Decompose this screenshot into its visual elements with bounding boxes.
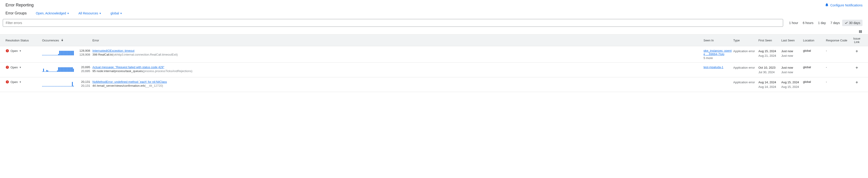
svg-rect-58 — [66, 67, 66, 72]
svg-rect-76 — [50, 86, 50, 87]
time-range-6hours[interactable]: 6 hours — [801, 20, 816, 26]
sort-descending-icon — [60, 38, 64, 42]
region-filter-label: global — [111, 11, 119, 15]
svg-rect-64 — [72, 67, 73, 72]
col-header-lastseen[interactable]: Last Seen — [781, 39, 803, 42]
status-dropdown[interactable]: Open ▼ — [5, 65, 42, 69]
error-occurrence-count: 95 — [92, 69, 96, 73]
error-file-path: node:internal/process/task_queues — [97, 69, 143, 73]
svg-rect-20 — [60, 51, 61, 55]
table-row: Open ▼ 128,908 128,908 InterruptedIOExce… — [0, 46, 868, 63]
time-range-30days[interactable]: 30 days — [842, 20, 863, 26]
col-header-firstseen[interactable]: First Seen — [758, 39, 781, 42]
location: global — [803, 49, 826, 52]
svg-rect-7 — [46, 55, 47, 55]
region-filter-dropdown[interactable]: global ▼ — [111, 11, 122, 15]
svg-rect-87 — [61, 86, 62, 87]
error-type: Application error — [733, 65, 758, 70]
caret-down-icon: ▼ — [67, 12, 69, 14]
svg-rect-88 — [62, 86, 63, 87]
svg-rect-23 — [63, 51, 64, 55]
table-header: Resolution Status Occurrences Error Seen… — [0, 34, 868, 46]
occurrences-sparkline — [42, 65, 74, 72]
svg-rect-97 — [72, 82, 73, 87]
filter-input-container[interactable] — [3, 19, 783, 27]
error-method: (process.processTicksAndRejections) — [143, 69, 192, 73]
error-title-link[interactable]: Actual message: "Request failed with sta… — [92, 65, 164, 69]
status-dropdown[interactable]: Open ▼ — [5, 49, 42, 53]
col-header-status[interactable]: Resolution Status — [5, 39, 42, 42]
col-header-seenin[interactable]: Seen In — [704, 39, 733, 42]
svg-rect-8 — [48, 55, 48, 55]
filter-input[interactable] — [6, 21, 780, 25]
svg-rect-94 — [69, 86, 69, 87]
col-header-location[interactable]: Location — [803, 39, 826, 42]
col-header-occurrences[interactable]: Occurrences — [42, 38, 92, 42]
configure-notifications-link[interactable]: Configure Notifications — [825, 3, 863, 7]
configure-notifications-label: Configure Notifications — [830, 3, 863, 7]
svg-rect-26 — [67, 51, 67, 55]
section-title: Error Groups — [5, 11, 27, 15]
resources-filter-label: All Resources — [79, 11, 98, 15]
svg-rect-55 — [62, 67, 63, 72]
last-seen: Just nowJust now — [781, 65, 803, 75]
time-range-7days[interactable]: 7 days — [828, 20, 842, 26]
status-text: Open — [10, 49, 18, 53]
svg-rect-6 — [45, 55, 46, 55]
col-header-issuelink[interactable]: Issue Link — [851, 37, 863, 44]
svg-rect-5 — [44, 55, 45, 55]
error-file-path: RealCall.kt — [98, 53, 113, 56]
svg-rect-34 — [7, 66, 7, 67]
error-file-path: /email_server/views/confirmation.erb — [97, 84, 145, 87]
col-header-responsecode[interactable]: Response Code — [826, 39, 851, 42]
status-dropdown[interactable]: Open ▼ — [5, 80, 42, 84]
svg-rect-48 — [55, 71, 56, 72]
svg-rect-31 — [72, 51, 73, 55]
time-range-1hour[interactable]: 1 hour — [787, 20, 801, 26]
error-method: (okhttp3.internal.connection.RealCall.ti… — [113, 53, 178, 56]
error-title-link[interactable]: NoMethodError: undefined method `each' f… — [92, 80, 167, 84]
error-circle-icon — [5, 49, 9, 53]
add-issue-link-button[interactable]: + — [856, 80, 858, 85]
col-header-error[interactable]: Error — [92, 39, 704, 42]
svg-rect-9 — [49, 55, 49, 55]
svg-rect-71 — [44, 86, 45, 87]
seen-in-link[interactable]: gke_instances: opente …69664-7lslp — [704, 49, 733, 56]
resources-filter-dropdown[interactable]: All Resources ▼ — [79, 11, 101, 15]
svg-rect-79 — [53, 86, 54, 87]
svg-rect-49 — [56, 71, 57, 72]
error-title-link[interactable]: InterruptedIOException: timeout — [92, 49, 134, 52]
col-header-type[interactable]: Type — [733, 39, 758, 42]
time-range-1day[interactable]: 1 day — [816, 20, 828, 26]
add-issue-link-button[interactable]: + — [856, 49, 858, 54]
page-title: Error Reporting — [5, 3, 34, 7]
svg-rect-62 — [70, 67, 70, 72]
svg-rect-80 — [54, 86, 55, 87]
svg-rect-75 — [49, 86, 49, 87]
occurrences-subcount: 20,131 — [76, 84, 90, 87]
occurrences-subcount: 128,908 — [76, 53, 90, 56]
occurrences-subcount: 20,695 — [76, 69, 90, 73]
svg-rect-25 — [66, 51, 66, 55]
caret-down-icon: ▼ — [99, 12, 101, 14]
svg-rect-60 — [68, 67, 68, 72]
svg-rect-45 — [52, 71, 52, 72]
response-code: - — [826, 80, 851, 84]
svg-rect-1 — [7, 50, 7, 51]
svg-rect-67 — [7, 81, 7, 82]
svg-rect-65 — [73, 69, 74, 72]
svg-rect-28 — [69, 51, 69, 55]
first-seen: Oct 10, 2023Jul 30, 2024 — [758, 65, 781, 75]
status-filter-dropdown[interactable]: Open, Acknowledged ▼ — [36, 11, 69, 15]
svg-rect-18 — [58, 54, 59, 55]
seen-in-link[interactable]: test-mpaluda-1 — [704, 65, 733, 69]
status-filter-label: Open, Acknowledged — [36, 11, 66, 15]
caret-down-icon: ▼ — [19, 66, 22, 69]
column-selector-button[interactable] — [858, 30, 863, 34]
error-type: Application error — [733, 80, 758, 85]
caret-down-icon: ▼ — [19, 81, 22, 83]
svg-rect-44 — [51, 71, 51, 72]
svg-rect-72 — [45, 86, 46, 87]
svg-rect-47 — [54, 71, 55, 72]
add-issue-link-button[interactable]: + — [856, 65, 858, 70]
